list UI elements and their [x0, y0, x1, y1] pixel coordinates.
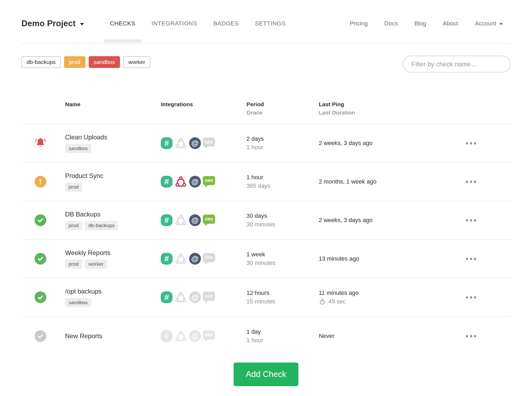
email-icon: @ — [189, 291, 201, 303]
account-menu[interactable]: Account — [475, 20, 503, 27]
menu-cell — [465, 294, 511, 301]
sms-icon: SMS — [203, 292, 215, 301]
check-name-filter-input[interactable] — [403, 56, 511, 73]
check-name: Weekly Reports — [65, 249, 161, 257]
check-tag: db-backups — [85, 221, 118, 230]
integrations-cell: # @ SMS — [161, 175, 246, 188]
last-ping-value: 2 months, 1 week ago — [319, 177, 465, 186]
row-menu-button[interactable] — [465, 216, 477, 224]
check-tag: prod — [65, 221, 82, 230]
row-menu-button[interactable] — [465, 294, 477, 301]
check-row: ! /opt backups sandbox # — [21, 278, 511, 317]
slack-icon: # — [161, 330, 173, 342]
checks-table: Name Integrations Period Grace Last Ping… — [21, 96, 511, 355]
slack-icon: # — [161, 214, 173, 226]
status-new-icon: ! — [34, 330, 47, 342]
check-name: Product Sync — [65, 172, 161, 180]
project-switcher[interactable]: Demo Project — [21, 19, 84, 28]
stopwatch-icon — [319, 298, 326, 305]
period-cell: 2 days 1 hour — [246, 135, 319, 152]
row-menu-button[interactable] — [465, 255, 477, 263]
tag-filter-sandbox[interactable]: sandbox — [89, 56, 120, 68]
tag-filter-db-backups[interactable]: db-backups — [21, 56, 61, 68]
add-check-button[interactable]: Add Check — [234, 363, 298, 386]
nav-pricing[interactable]: Pricing — [350, 20, 368, 27]
check-tag: prod — [65, 182, 82, 192]
name-cell[interactable]: Product Sync prod — [65, 172, 161, 192]
period-value: 1 day — [246, 328, 319, 336]
check-row: ! Weekly Reports prod worker # — [21, 240, 511, 278]
menu-cell — [465, 139, 511, 147]
status-up-icon: ! — [34, 252, 47, 265]
nav-blog[interactable]: Blog — [414, 20, 426, 27]
status-cell: ! — [21, 252, 65, 265]
check-tag: sandbox — [65, 144, 91, 153]
webhook-icon — [174, 214, 187, 227]
tab-settings[interactable]: SETTINGS — [249, 18, 291, 29]
period-value: 12 hours — [246, 289, 319, 297]
sms-icon: SMS — [203, 138, 215, 147]
integrations-cell: # @ SMS — [161, 291, 246, 304]
status-cell: ! — [21, 175, 65, 188]
row-menu-button[interactable] — [465, 139, 477, 147]
project-name: Demo Project — [21, 19, 76, 28]
period-cell: 30 days 30 minutes — [246, 212, 319, 229]
check-tag: sandbox — [65, 298, 91, 307]
slack-icon: # — [161, 253, 173, 265]
name-cell[interactable]: DB Backups prod db-backups — [65, 211, 161, 230]
tab-badges[interactable]: BADGES — [207, 18, 245, 29]
menu-cell — [465, 216, 511, 224]
menu-cell — [465, 332, 511, 340]
header-integrations: Integrations — [161, 100, 246, 108]
tag-filter-worker[interactable]: worker — [123, 56, 150, 68]
period-cell: 1 hour 365 days — [246, 173, 319, 190]
check-name: DB Backups — [65, 211, 161, 218]
check-icon — [35, 214, 46, 226]
check-icon — [35, 330, 46, 342]
page: Demo Project CHECKS INTEGRATIONS BADGES … — [21, 0, 511, 386]
period-value: 1 hour — [246, 173, 319, 182]
grace-value: 1 hour — [246, 143, 319, 152]
nav-tabs: CHECKS INTEGRATIONS BADGES SETTINGS — [104, 18, 296, 29]
webhook-icon — [174, 175, 187, 188]
slack-icon: # — [161, 176, 173, 188]
tab-integrations[interactable]: INTEGRATIONS — [146, 18, 203, 29]
sms-icon: SMS — [203, 330, 215, 340]
header-name: Name — [65, 100, 161, 108]
nav-about[interactable]: About — [443, 20, 458, 27]
webhook-icon — [174, 137, 187, 150]
tag-filter-prod[interactable]: prod — [64, 56, 85, 68]
row-menu-button[interactable] — [465, 332, 477, 340]
last-ping-value: 2 weeks, 3 days ago — [319, 216, 465, 224]
check-name: New Reports — [65, 332, 161, 340]
row-menu-button[interactable] — [465, 178, 477, 186]
chevron-down-icon — [499, 23, 503, 25]
check-name: Clean Uploads — [65, 134, 161, 141]
sms-icon: SMS — [203, 253, 215, 262]
name-cell[interactable]: Clean Uploads sandbox — [65, 134, 161, 153]
status-up-icon: ! — [34, 291, 47, 304]
check-icon — [35, 253, 46, 265]
menu-cell — [465, 255, 511, 263]
add-check-wrap: Add Check — [21, 363, 511, 386]
integrations-cell: # @ SMS — [161, 214, 246, 227]
integrations-cell: # @ SMS — [161, 137, 246, 150]
check-name: /opt backups — [65, 288, 161, 295]
status-cell: ! — [21, 137, 65, 150]
last-duration: 49 sec — [319, 297, 465, 306]
status-cell: ! — [21, 330, 65, 342]
table-header: Name Integrations Period Grace Last Ping… — [21, 96, 511, 124]
tab-checks[interactable]: CHECKS — [104, 18, 141, 29]
nav-docs[interactable]: Docs — [384, 20, 398, 27]
period-cell: 12 hours 15 minutes — [246, 289, 319, 306]
name-cell[interactable]: New Reports — [65, 332, 161, 340]
period-cell: 1 week 30 minutes — [246, 250, 319, 267]
check-row: ! Clean Uploads sandbox # — [21, 124, 511, 163]
last-ping-cell: 2 months, 1 week ago — [319, 177, 465, 186]
name-cell[interactable]: Weekly Reports prod worker — [65, 249, 161, 269]
name-cell[interactable]: /opt backups sandbox — [65, 288, 161, 307]
check-row: ! New Reports # — [21, 317, 511, 355]
top-navbar: Demo Project CHECKS INTEGRATIONS BADGES … — [21, 0, 511, 44]
check-icon — [35, 291, 46, 303]
status-cell: ! — [21, 214, 65, 227]
